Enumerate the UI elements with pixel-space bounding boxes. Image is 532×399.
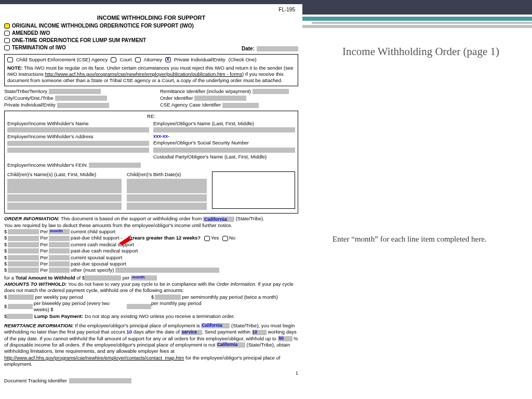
checkbox-icon[interactable] xyxy=(7,57,13,62)
period-input[interactable] xyxy=(49,268,70,273)
checkbox-checked-icon[interactable] xyxy=(165,57,171,62)
field-input[interactable] xyxy=(7,194,122,202)
field-input[interactable] xyxy=(153,127,295,132)
option-onetime: ONE-TIME ORDER/NOTICE FOR LUMP SUM PAYME… xyxy=(4,37,298,44)
field-input[interactable] xyxy=(194,96,246,101)
amount-input[interactable] xyxy=(8,304,32,309)
order-information: ORDER INFORMATION: This document is base… xyxy=(4,216,298,281)
other-input[interactable] xyxy=(115,268,219,273)
amounts-section: AMOUNTS TO WITHHOLD: You do not have to … xyxy=(4,281,298,320)
period-input[interactable] xyxy=(49,255,70,260)
option-original: ORIGINAL INCOME WITHHOLDING ORDER/NOTICE… xyxy=(4,22,298,29)
field-input[interactable] xyxy=(222,103,259,108)
checkbox-icon[interactable] xyxy=(111,57,116,62)
amount-input[interactable] xyxy=(8,229,39,234)
amount-input[interactable] xyxy=(8,236,39,241)
svg-marker-0 xyxy=(119,235,134,245)
amount-input[interactable] xyxy=(8,255,39,260)
slide-title: Income Withholding Order (page 1) xyxy=(332,45,509,59)
amount-input[interactable] xyxy=(8,295,34,300)
amount-input[interactable] xyxy=(127,304,151,309)
checkbox-icon[interactable] xyxy=(222,236,228,241)
field-input[interactable] xyxy=(7,141,149,146)
checkbox-icon[interactable] xyxy=(4,23,10,29)
contacts-link[interactable]: http://www.acf.hhs.gov/programs/cse/newh… xyxy=(4,355,184,361)
period-input[interactable] xyxy=(49,261,70,267)
field-input[interactable] xyxy=(49,89,101,94)
tracking-row: Document Tracking Identifier xyxy=(4,378,298,384)
header-stripe-2 xyxy=(301,25,532,28)
checkbox-icon[interactable] xyxy=(4,45,10,50)
period-input[interactable] xyxy=(49,248,70,254)
checkbox-icon[interactable] xyxy=(204,236,210,241)
checkbox-icon[interactable] xyxy=(4,31,10,36)
period-input[interactable] xyxy=(49,242,70,247)
field-input[interactable] xyxy=(7,127,149,132)
field-input[interactable] xyxy=(153,148,295,153)
page-number: 1 xyxy=(4,370,298,377)
field-input[interactable] xyxy=(7,148,149,153)
form-document: FL-195 INCOME WITHHOLDING FOR SUPPORT OR… xyxy=(0,4,302,388)
parties-section: RE: Employer/Income Withholder's Name Em… xyxy=(4,111,298,214)
period-input[interactable] xyxy=(49,236,70,241)
form-title: INCOME WITHHOLDING FOR SUPPORT xyxy=(4,14,298,21)
form-code: FL-195 xyxy=(4,6,298,13)
identifier-rows: State/Tribe/TerritoryRemittance Identifi… xyxy=(4,88,298,109)
tracking-input[interactable] xyxy=(69,378,131,383)
amount-input[interactable] xyxy=(8,248,39,254)
instructions-link[interactable]: http://www.acf.hhs.gov/programs/cse/newh… xyxy=(45,71,242,77)
field-input[interactable] xyxy=(127,194,207,202)
amount-input[interactable] xyxy=(8,268,39,273)
date-input[interactable] xyxy=(257,46,298,51)
total-input[interactable] xyxy=(85,275,121,281)
field-input[interactable] xyxy=(127,203,207,210)
note-text: NOTE: This IWO must be regular on its fa… xyxy=(7,65,295,84)
checkbox-icon[interactable] xyxy=(135,57,141,62)
field-input[interactable] xyxy=(127,179,207,193)
amount-input[interactable] xyxy=(155,295,181,300)
amount-input[interactable] xyxy=(7,314,33,319)
field-input[interactable] xyxy=(89,163,141,168)
field-input[interactable] xyxy=(7,203,122,210)
amount-input[interactable] xyxy=(8,242,39,247)
checkbox-icon[interactable] xyxy=(4,38,10,43)
field-input[interactable] xyxy=(7,179,122,193)
slide-instruction: Enter “month” for each line item complet… xyxy=(332,234,509,245)
blank-box xyxy=(212,171,295,209)
field-input[interactable] xyxy=(57,103,109,108)
field-input[interactable] xyxy=(252,89,289,94)
sender-section: Child Support Enforcement (CSE) Agency C… xyxy=(4,54,298,86)
option-amended: AMENDED IWO xyxy=(4,30,298,36)
field-input[interactable] xyxy=(55,96,107,101)
amount-input[interactable] xyxy=(8,261,39,267)
remittance-section: REMITTANCE INFORMATION: If the employee/… xyxy=(4,323,298,367)
